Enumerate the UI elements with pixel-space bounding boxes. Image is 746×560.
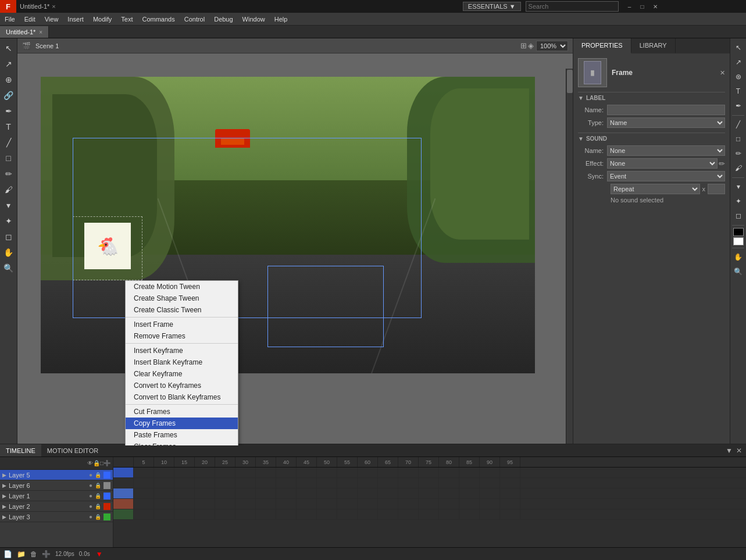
rtool-subselect[interactable]: ↗: [731, 55, 745, 69]
frame-cell-5-15[interactable]: [419, 468, 439, 477]
frame-cell-3-1[interactable]: [134, 509, 154, 519]
frame-cell-2-19[interactable]: [500, 499, 520, 509]
frame-cell-2-5[interactable]: [215, 499, 235, 509]
tab-close[interactable]: ×: [39, 29, 42, 35]
tab-timeline[interactable]: TIMELINE: [0, 444, 41, 456]
layer-3-lock[interactable]: 🔒: [95, 514, 101, 520]
frame-cell-5-14[interactable]: [398, 468, 419, 477]
rtool-type[interactable]: T: [731, 84, 745, 98]
frame-cell-1-13[interactable]: [378, 488, 398, 498]
frame-cell-5-16[interactable]: [439, 468, 459, 477]
ctx-cut-frames[interactable]: Cut Frames: [126, 406, 238, 418]
frame-cell-3-17[interactable]: [459, 509, 480, 519]
frame-cell-1-4[interactable]: [195, 488, 215, 498]
properties-close-icon[interactable]: ✕: [720, 69, 725, 77]
frame-cell-5-0[interactable]: [113, 468, 134, 477]
frame-cell-2-12[interactable]: [358, 499, 378, 509]
add-layer-icon[interactable]: ➕: [103, 460, 110, 466]
frame-cell-6-11[interactable]: [337, 478, 358, 488]
layer-3-vis[interactable]: ●: [89, 513, 92, 520]
frame-cell-2-17[interactable]: [459, 499, 480, 509]
edit-scene-icon[interactable]: ⊞: [520, 41, 527, 50]
frame-cell-3-10[interactable]: [317, 509, 337, 519]
pencil-tool[interactable]: ✏: [1, 166, 16, 181]
frame-cell-6-18[interactable]: [480, 478, 500, 488]
zoom-tool[interactable]: 🔍: [1, 261, 16, 276]
delete-layer-btn[interactable]: 🗑: [30, 550, 37, 558]
frame-cell-6-17[interactable]: [459, 478, 480, 488]
search-input[interactable]: [526, 1, 619, 12]
frame-cell-1-6[interactable]: [235, 488, 256, 498]
frame-cell-5-9[interactable]: [297, 468, 317, 477]
rtool-line[interactable]: ╱: [731, 117, 745, 131]
fill-color-swatch[interactable]: [733, 237, 744, 245]
ctx-create-shape-tween[interactable]: Create Shape Tween: [126, 293, 238, 304]
subselect-tool[interactable]: ↗: [1, 56, 16, 72]
frame-cell-2-18[interactable]: [480, 499, 500, 509]
frame-cell-2-14[interactable]: [398, 499, 419, 509]
rtool-brush[interactable]: 🖌: [731, 161, 745, 175]
layer-2-lock[interactable]: 🔒: [95, 504, 101, 509]
ctx-convert-keyframes[interactable]: Convert to Keyframes: [126, 380, 238, 391]
frame-cell-5-11[interactable]: [337, 468, 358, 477]
frame-cell-5-19[interactable]: [500, 468, 520, 477]
frame-cell-3-11[interactable]: [337, 509, 358, 519]
frame-cell-3-2[interactable]: [154, 509, 174, 519]
frame-cell-5-3[interactable]: [174, 468, 195, 477]
ctx-paste-frames[interactable]: Paste Frames: [126, 429, 238, 441]
add-folder-btn[interactable]: 📁: [17, 550, 26, 558]
name-input[interactable]: [607, 105, 725, 115]
rtool-shape[interactable]: □: [731, 132, 745, 146]
frame-cell-6-3[interactable]: [174, 478, 195, 488]
frame-cell-6-8[interactable]: [276, 478, 297, 488]
frame-cell-5-10[interactable]: [317, 468, 337, 477]
frame-cell-3-12[interactable]: [358, 509, 378, 519]
frame-cell-1-16[interactable]: [439, 488, 459, 498]
frame-cell-5-6[interactable]: [235, 468, 256, 477]
rtool-zoom[interactable]: 🔍: [731, 265, 745, 279]
frame-cell-5-8[interactable]: [276, 468, 297, 477]
frame-cell-3-7[interactable]: [256, 509, 276, 519]
rtool-3d[interactable]: ⊛: [731, 70, 745, 84]
effect-pencil-icon[interactable]: ✏: [719, 159, 725, 168]
frame-cell-2-9[interactable]: [297, 499, 317, 509]
menu-window[interactable]: Window: [238, 13, 270, 25]
tab-properties[interactable]: PROPERTIES: [573, 38, 631, 53]
frame-cell-2-7[interactable]: [256, 499, 276, 509]
tab-close-btn[interactable]: ×: [52, 3, 55, 10]
rtool-paint-bucket[interactable]: ▾: [731, 180, 745, 194]
layer-5-lock[interactable]: 🔒: [95, 472, 101, 478]
layer-row-2[interactable]: ▶ Layer 2 ● 🔒: [0, 501, 113, 512]
frame-cell-1-12[interactable]: [358, 488, 378, 498]
layer-2-vis[interactable]: ●: [89, 503, 92, 509]
sync-select[interactable]: Event Start Stop Stream: [607, 171, 725, 181]
timeline-close-icon[interactable]: ✕: [734, 447, 744, 455]
frame-cell-1-5[interactable]: [215, 488, 235, 498]
layer-1-lock[interactable]: 🔒: [95, 493, 101, 499]
frame-cell-1-7[interactable]: [256, 488, 276, 498]
frame-cell-1-3[interactable]: [174, 488, 195, 498]
menu-help[interactable]: Help: [270, 13, 292, 25]
hand-tool[interactable]: ✋: [1, 245, 16, 260]
frame-cell-6-13[interactable]: [378, 478, 398, 488]
frame-cell-3-0[interactable]: [113, 509, 134, 519]
rtool-pen[interactable]: ✒: [731, 99, 745, 113]
frame-cell-1-14[interactable]: [398, 488, 419, 498]
layer-row-6[interactable]: ▶ Layer 6 ● 🔒: [0, 480, 113, 491]
frame-cell-6-19[interactable]: [500, 478, 520, 488]
frame-cell-2-2[interactable]: [154, 499, 174, 509]
paint-bucket-tool[interactable]: ▾: [1, 198, 16, 213]
frame-cell-2-0[interactable]: [113, 499, 134, 509]
frame-cell-1-17[interactable]: [459, 488, 480, 498]
frame-cell-6-2[interactable]: [154, 478, 174, 488]
close-button[interactable]: ✕: [649, 0, 662, 13]
frame-cell-3-6[interactable]: [235, 509, 256, 519]
new-layer-btn[interactable]: ➕: [42, 550, 51, 558]
frame-cell-2-4[interactable]: [195, 499, 215, 509]
frame-cell-3-5[interactable]: [215, 509, 235, 519]
document-tab[interactable]: Untitled-1* ×: [0, 26, 49, 38]
frame-cell-3-3[interactable]: [174, 509, 195, 519]
frame-cell-5-13[interactable]: [378, 468, 398, 477]
eye-icon[interactable]: 👁: [87, 460, 93, 466]
ctx-insert-keyframe[interactable]: Insert Keyframe: [126, 345, 238, 356]
